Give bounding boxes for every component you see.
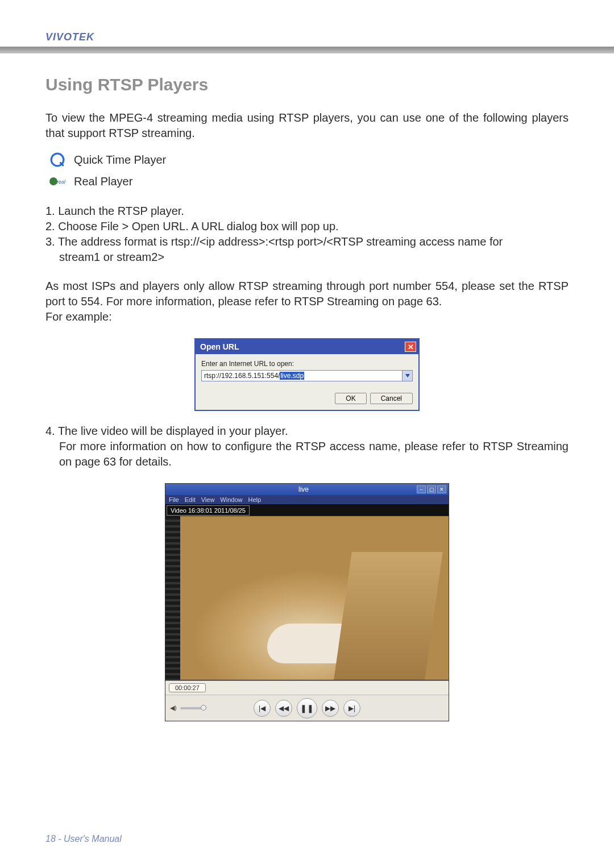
minimize-button[interactable]: – (417, 485, 426, 493)
player-statusbar: 00:00:27 (165, 680, 449, 695)
section-title: Using RTSP Players (45, 75, 569, 94)
realplayer-icon: real (49, 173, 66, 190)
steps-block: 1. Launch the RTSP player. 2. Choose Fil… (45, 203, 569, 265)
window-close-button[interactable]: ✕ (437, 485, 446, 493)
step-2: 2. Choose File > Open URL. A URL dialog … (45, 219, 569, 234)
realplayer-label: Real Player (74, 175, 132, 188)
player-menubar: File Edit View Window Help (165, 495, 449, 504)
url-dropdown-button[interactable] (402, 371, 412, 381)
quicktime-icon (49, 151, 66, 168)
elapsed-time: 00:00:27 (169, 683, 206, 692)
dialog-label: Enter an Internet URL to open: (201, 360, 413, 368)
url-prefix: rtsp://192.168.5.151:554/ (204, 372, 280, 380)
step-3-wrap: stream1 or stream2> (45, 250, 569, 265)
url-input[interactable]: rtsp://192.168.5.151:554/live.sdp (202, 371, 402, 381)
note-block: As most ISPs and players only allow RTSP… (45, 279, 569, 325)
video-timestamp: Video 16:38:01 2011/08/25 (167, 505, 250, 516)
menu-window[interactable]: Window (220, 496, 242, 503)
step-3: 3. The address format is rtsp://<ip addr… (45, 234, 569, 250)
url-input-row[interactable]: rtsp://192.168.5.151:554/live.sdp (201, 370, 413, 381)
menu-file[interactable]: File (169, 496, 179, 503)
note-p2: For example: (45, 309, 569, 325)
player-list: Quick Time Player real Real Player (49, 151, 569, 190)
intro-text: To view the MPEG-4 streaming media using… (45, 110, 569, 141)
video-area (165, 516, 449, 680)
dialog-title: Open URL (200, 342, 239, 351)
forward-button[interactable]: ▶▶ (322, 700, 339, 717)
page-footer: 18 - User's Manual (45, 834, 122, 844)
player-controls: ◀) |◀ ◀◀ ❚❚ ▶▶ ▶| (165, 695, 449, 721)
player-window-title: live (190, 485, 417, 493)
menu-edit[interactable]: Edit (185, 496, 196, 503)
volume-control[interactable]: ◀) (170, 704, 206, 712)
video-content-placeholder (267, 624, 364, 663)
menu-help[interactable]: Help (248, 496, 261, 503)
ok-button[interactable]: OK (335, 393, 366, 404)
brand-label: VIVOTEK (45, 31, 569, 43)
skip-back-button[interactable]: |◀ (254, 700, 271, 717)
player-titlebar: live – ▢ ✕ (165, 484, 449, 495)
header-divider (0, 47, 614, 53)
step-4b: For more information on how to configure… (45, 439, 569, 470)
rewind-button[interactable]: ◀◀ (275, 700, 292, 717)
dialog-close-button[interactable]: ✕ (405, 342, 416, 352)
step-4a: 4. The live video will be displayed in y… (45, 423, 569, 439)
menu-view[interactable]: View (201, 496, 215, 503)
volume-slider[interactable] (180, 707, 206, 709)
skip-forward-button[interactable]: ▶| (343, 700, 360, 717)
volume-icon: ◀) (170, 704, 177, 712)
step-1: 1. Launch the RTSP player. (45, 203, 569, 219)
dialog-button-row: OK Cancel (196, 387, 418, 410)
quicktime-item: Quick Time Player (49, 151, 569, 168)
note-p1: As most ISPs and players only allow RTSP… (45, 279, 569, 309)
realplayer-item: real Real Player (49, 173, 569, 190)
pause-button[interactable]: ❚❚ (297, 698, 317, 719)
step4-block: 4. The live video will be displayed in y… (45, 423, 569, 470)
quicktime-label: Quick Time Player (74, 153, 166, 167)
open-url-dialog: Open URL ✕ Enter an Internet URL to open… (194, 338, 420, 411)
svg-point-1 (49, 177, 57, 185)
maximize-button[interactable]: ▢ (427, 485, 436, 493)
dialog-titlebar: Open URL ✕ (196, 339, 418, 354)
url-highlight: live.sdp (280, 372, 304, 380)
svg-text:real: real (57, 179, 66, 185)
cancel-button[interactable]: Cancel (370, 393, 413, 404)
player-window: live – ▢ ✕ File Edit View Window Help Vi… (165, 483, 449, 721)
dialog-body: Enter an Internet URL to open: rtsp://19… (196, 354, 418, 387)
